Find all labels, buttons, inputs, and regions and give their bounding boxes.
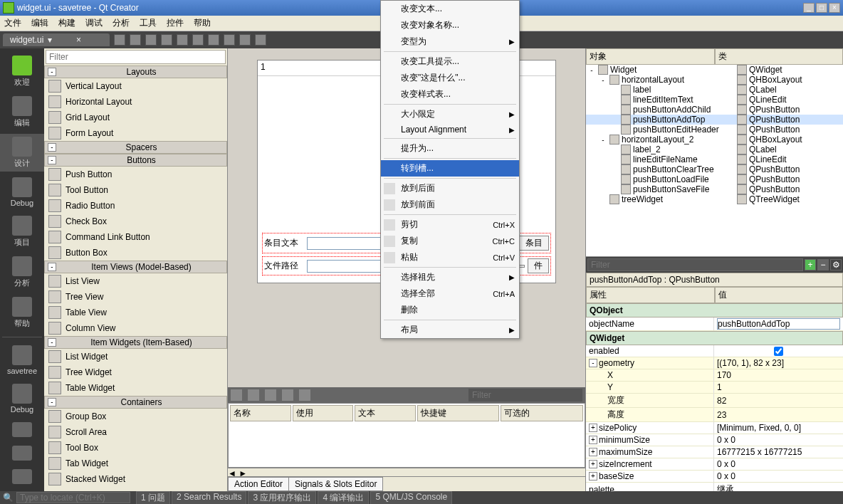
ctx-变型为[interactable]: 变型为▶ [381,33,519,50]
expand-icon[interactable]: + [589,436,597,444]
col-使用[interactable]: 使用 [293,405,354,421]
prop-objectName[interactable]: objectName [586,317,843,331]
widget-Horizontal-Layout[interactable]: Horizontal Layout [44,94,227,110]
obj-lineEditFileName[interactable]: lineEditFileNameQLineEdit [586,154,843,164]
tool-icon[interactable] [255,34,266,46]
widget-Command-Link-Button[interactable]: Command Link Button [44,229,227,245]
obj-pushButtonEditHeader[interactable]: pushButtonEditHeaderQPushButton [586,125,843,135]
prop-高度[interactable]: 高度23 [586,408,843,422]
tool-icon[interactable] [161,34,172,46]
widget-List-View[interactable]: List View [44,273,227,289]
expand-icon[interactable]: + [589,424,597,432]
widget-Vertical-Layout[interactable]: Vertical Layout [44,78,227,94]
form-button[interactable]: 件 [528,258,549,273]
tool-icon[interactable] [239,34,251,46]
obj-horizontalLayout_2[interactable]: -horizontalLayout_2QHBoxLayout [586,135,843,145]
ctx-转到槽...[interactable]: 转到槽... [381,160,519,177]
action-table[interactable]: 名称使用文本快捷键可选的 [228,403,585,468]
prop-X[interactable]: X170 [586,369,843,382]
tab-dropdown-icon[interactable]: ▾ [48,35,52,45]
kit-Debug[interactable]: Debug [0,381,44,416]
mode-帮助[interactable]: 帮助 [0,294,44,332]
prop-value[interactable]: 0 x 0 [714,434,843,446]
expand-icon[interactable]: - [48,338,56,347]
build-icon[interactable] [12,469,32,484]
output-pane-问题[interactable]: 1 问题 [136,491,170,505]
mode-项目[interactable]: 项目 [0,213,44,251]
expand-icon[interactable]: - [48,263,56,271]
expand-icon[interactable]: - [48,143,56,152]
add-prop-icon[interactable]: + [805,259,816,271]
obj-Widget[interactable]: -WidgetQWidget [586,65,843,75]
prop-sizeIncrement[interactable]: +sizeIncrement0 x 0 [586,458,843,471]
obj-treeWidget[interactable]: treeWidgetQTreeWidget [586,194,843,204]
prop-section-QWidget[interactable]: QWidget [586,331,843,345]
tool-icon[interactable] [192,34,204,46]
run-icon[interactable] [12,422,32,437]
widget-Table-View[interactable]: Table View [44,305,227,320]
new-action-icon[interactable] [231,389,242,401]
widget-Button-Box[interactable]: Button Box [44,245,227,261]
prop-value[interactable]: 0 x 0 [714,458,843,470]
obj-pushButtonSaveFile[interactable]: pushButtonSaveFileQPushButton [586,184,843,194]
prop-enabled[interactable]: enabled [586,345,843,357]
expand-icon[interactable]: + [589,448,597,456]
col-名称[interactable]: 名称 [230,405,291,421]
obj-lineEditItemText[interactable]: lineEditItemTextQLineEdit [586,95,843,105]
ctx-布局[interactable]: 布局▶ [381,322,519,338]
menu-帮助[interactable]: 帮助 [194,17,211,29]
close-button[interactable]: × [829,3,840,13]
obj-pushButtonClearTree[interactable]: pushButtonClearTreeQPushButton [586,164,843,174]
widget-filter-input[interactable] [46,50,226,64]
widget-Tool-Box[interactable]: Tool Box [44,440,227,456]
config-prop-icon[interactable]: ⚙ [830,259,842,271]
tool-icon[interactable] [130,34,141,46]
prop-value[interactable]: 23 [714,408,843,421]
form-button[interactable]: 条目 [519,236,549,251]
category-Item Views (Model-Based)[interactable]: -Item Views (Model-Based) [44,261,227,273]
prop-palette[interactable]: palette继承 [586,483,843,491]
ctx-选择祖先[interactable]: 选择祖先▶ [381,269,519,285]
mode-分析[interactable]: 分析 [0,253,44,291]
locator-input[interactable] [16,492,130,503]
prop-value[interactable]: 0 x 0 [714,471,843,482]
mode-设计[interactable]: 设计 [0,134,44,172]
property-table[interactable]: QObjectobjectName QWidgetenabled-geometr… [586,303,843,491]
expand-icon[interactable]: + [589,460,597,468]
widget-list[interactable]: -LayoutsVertical LayoutHorizontal Layout… [44,65,227,491]
expand-icon[interactable]: + [589,472,597,481]
delete-action-icon[interactable] [282,389,293,401]
output-pane-编译输出[interactable]: 4 编译输出 [318,491,369,505]
maximize-button[interactable]: □ [816,3,827,13]
prop-baseSize[interactable]: +baseSize0 x 0 [586,471,843,483]
widget-Group-Box[interactable]: Group Box [44,409,227,424]
expand-icon[interactable]: - [48,68,56,76]
menu-编辑[interactable]: 编辑 [31,17,48,29]
config-action-icon[interactable] [299,389,310,401]
copy-action-icon[interactable] [248,389,259,401]
obj-pushButtonLoadFile[interactable]: pushButtonLoadFileQPushButton [586,174,843,184]
widget-List-Widget[interactable]: List Widget [44,349,227,364]
expand-icon[interactable]: - [589,359,597,367]
tool-icon[interactable] [114,34,125,46]
ctx-大小限定[interactable]: 大小限定▶ [381,106,519,122]
widget-Table-Widget[interactable]: Table Widget [44,380,227,396]
output-pane-QML/JS Console[interactable]: 5 QML/JS Console [370,491,452,505]
search-icon[interactable]: 🔍 [3,493,14,503]
tab-Signals-&-Slots-Editor[interactable]: Signals & Slots Editor [288,477,383,491]
col-快捷键[interactable]: 快捷键 [417,405,500,421]
output-pane-Search Results[interactable]: 2 Search Results [172,491,246,505]
expand-icon[interactable]: - [48,398,56,406]
ctx-放到后面[interactable]: 放到后面 [381,180,519,196]
tool-icon[interactable] [224,34,235,46]
prop-value[interactable]: 170 [714,369,843,381]
ctx-粘贴[interactable]: 粘贴Ctrl+V [381,249,519,266]
prop-col-value[interactable]: 值 [715,287,844,303]
ctx-改变工具提示...[interactable]: 改变工具提示... [381,53,519,70]
menu-构建[interactable]: 构建 [58,17,75,29]
kit-savetree[interactable]: savetree [0,342,44,378]
prop-geometry[interactable]: -geometry[(170, 1), 82 x 23] [586,357,843,369]
file-tab[interactable]: widget.ui ▾ × [3,33,110,46]
widget-Tree-View[interactable]: Tree View [44,289,227,305]
tool-icon[interactable] [208,34,219,46]
